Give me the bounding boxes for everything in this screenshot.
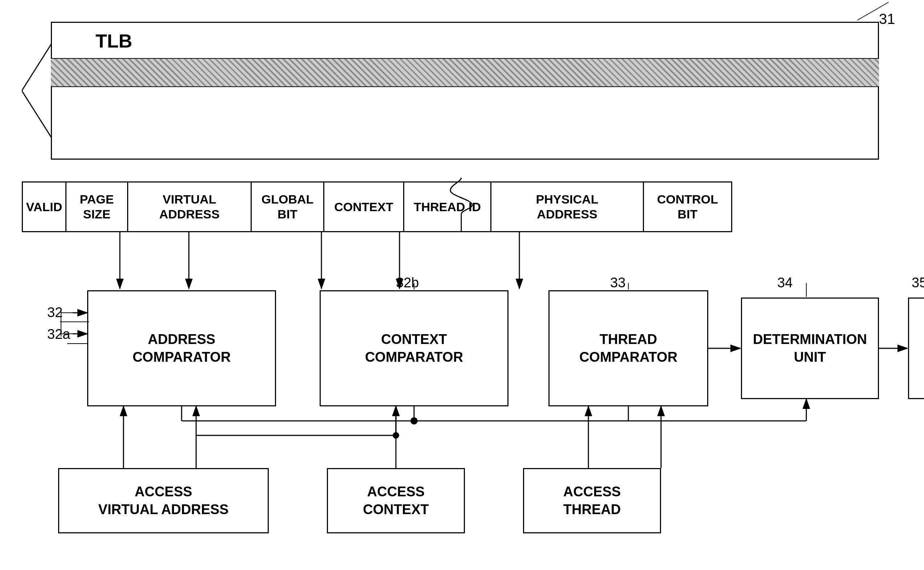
address-comparator: ADDRESSCOMPARATOR xyxy=(87,290,276,406)
context-comparator: CONTEXTCOMPARATOR xyxy=(320,290,509,406)
ref-35: 35 xyxy=(912,275,924,291)
thread-comparator: THREADCOMPARATOR xyxy=(549,290,708,406)
ref-32a-line xyxy=(67,332,87,348)
field-physical-address: PHYSICALADDRESS xyxy=(491,182,644,231)
ref-32-line xyxy=(60,310,89,326)
determination-unit: DETERMINATIONUNIT xyxy=(741,297,879,399)
tlb-container: TLB xyxy=(22,22,886,159)
field-valid: VALID xyxy=(23,182,66,231)
tlb-stripe xyxy=(51,58,879,87)
field-page-size: PAGE SIZE xyxy=(66,182,128,231)
tlb-label: TLB xyxy=(95,30,132,52)
access-virtual-address: ACCESSVIRTUAL ADDRESS xyxy=(58,468,269,533)
field-control-bit: CONTROLBIT xyxy=(644,182,731,231)
access-context: ACCESSCONTEXT xyxy=(327,468,465,533)
fields-row: VALID PAGE SIZE VIRTUALADDRESS GLOBALBIT… xyxy=(22,181,732,232)
svg-point-17 xyxy=(410,417,418,424)
ref-34: 34 xyxy=(777,275,793,291)
field-virtual-address: VIRTUALADDRESS xyxy=(128,182,252,231)
access-thread: ACCESSTHREAD xyxy=(523,468,661,533)
field-global-bit: GLOBALBIT xyxy=(252,182,324,231)
svg-point-22 xyxy=(393,432,399,439)
tlb-box: TLB xyxy=(51,22,879,159)
field-context: CONTEXT xyxy=(324,182,404,231)
ref-32b: 32b xyxy=(396,275,419,291)
ref-32a: 32a xyxy=(47,326,70,342)
multi-hit-controller: MULTI-HITCONTROLLER xyxy=(908,297,924,399)
diagram: 31 TLB VALID PAGE SIZE VIRTUALADDRESS GL… xyxy=(0,0,924,570)
ref-33: 33 xyxy=(610,275,626,291)
field-thread-id: THREAD ID xyxy=(404,182,491,231)
